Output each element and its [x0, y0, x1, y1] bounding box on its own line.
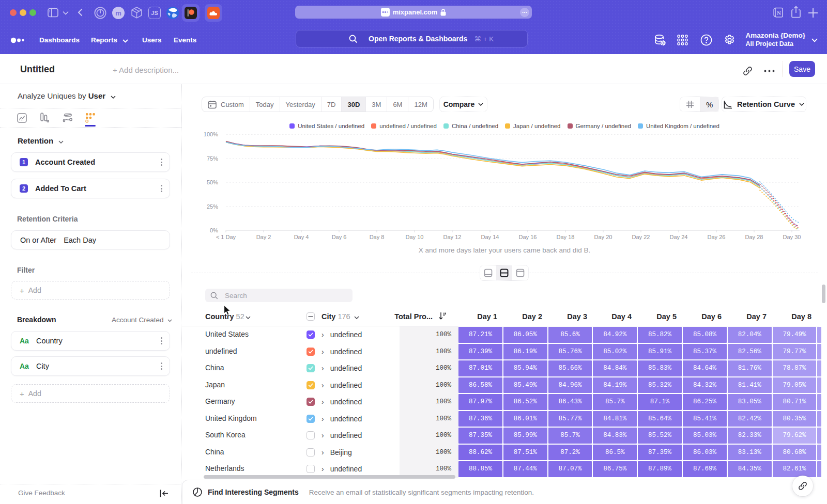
svg-text:75%: 75% — [207, 155, 218, 162]
svg-text:N: N — [777, 10, 781, 16]
svg-text:Day 22: Day 22 — [632, 234, 650, 240]
svg-text:Day 30: Day 30 — [783, 234, 801, 240]
svg-text:100%: 100% — [204, 131, 218, 137]
svg-text:Day 24: Day 24 — [670, 234, 688, 240]
svg-text:Day 8: Day 8 — [370, 234, 385, 240]
svg-text:Day 20: Day 20 — [594, 234, 612, 240]
svg-text:Day 12: Day 12 — [443, 234, 462, 240]
svg-text:Day 4: Day 4 — [294, 234, 309, 240]
svg-text:Day 6: Day 6 — [332, 234, 347, 240]
svg-text:Day 26: Day 26 — [708, 234, 726, 240]
svg-text:< 1 Day: < 1 Day — [216, 234, 236, 240]
svg-text:25%: 25% — [207, 203, 218, 210]
svg-text:Day 16: Day 16 — [519, 234, 537, 240]
svg-text:Day 18: Day 18 — [557, 234, 575, 240]
svg-text:Day 14: Day 14 — [481, 234, 499, 240]
svg-text:Day 10: Day 10 — [406, 234, 424, 240]
svg-text:50%: 50% — [207, 179, 218, 185]
svg-text:0%: 0% — [210, 227, 218, 233]
svg-text:Day 2: Day 2 — [256, 234, 271, 240]
svg-text:Day 28: Day 28 — [745, 234, 763, 240]
